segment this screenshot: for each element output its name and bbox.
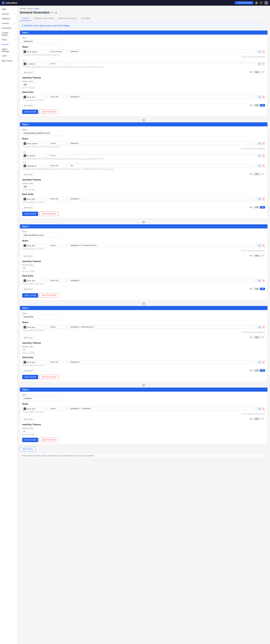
rule-field-0[interactable]: Tr event_system ▾ [22,142,48,146]
exit-field-0[interactable]: Tr event_type ▾ [22,95,48,99]
rule-operator-1[interactable]: is true [49,154,68,157]
exit-value-0[interactable]: OppStage: 6 ▾ [69,95,257,98]
or-toggle[interactable]: OR [260,336,265,339]
tab-stages[interactable]: STAGES [20,16,32,21]
add-early-exit-button-2[interactable]: ADD RULE [22,288,35,291]
exit-operator-0[interactable]: starts with [49,278,68,282]
or-toggle[interactable]: OR [260,418,265,420]
rule-refresh-button-2[interactable]: ↻ [258,164,261,168]
rule-operator-2[interactable]: starts with [49,164,68,167]
delete-stage-button-4[interactable]: DELETE STAGE [40,438,58,442]
stage-name-input-0[interactable] [22,39,63,44]
exit-field-0[interactable]: Tr event_type ▾ [22,197,48,201]
delete-stage-button-0[interactable]: DELETE STAGE [40,110,58,114]
edit-icon[interactable]: ✏️ [51,11,54,14]
and-toggle[interactable]: AND [254,173,260,176]
tab-settings[interactable]: SETTINGS [79,16,93,21]
add-early-exit-button-3[interactable]: ADD RULE [22,369,35,373]
exit-operator-0[interactable]: starts with [49,197,68,200]
save-stage-button-3[interactable]: SAVE STAGE [22,375,38,379]
and-toggle[interactable]: AND [254,71,260,74]
breadcrumb-funnels[interactable]: funnels [27,8,33,10]
rule-refresh-button-0[interactable]: ↻ [258,142,261,145]
rule-field-2[interactable]: Tr campaign_id ▾ [22,164,48,168]
delete-stage-button-3[interactable]: DELETE STAGE [40,375,58,379]
exit-or-toggle[interactable]: OR [260,288,265,290]
exit-field-0[interactable]: Tr event_type ▾ [22,360,48,364]
return-to-app-button[interactable]: ↑ RETURN TO APP [235,1,253,4]
rule-field-0[interactable]: Tr event_type ▾ [22,244,48,248]
exit-or-toggle[interactable]: OR [260,369,265,372]
inactivity-input-4[interactable] [22,430,35,433]
exit-operator-0[interactable]: starts with [49,360,68,364]
or-toggle[interactable]: OR [260,254,265,257]
rule-operator-0[interactable]: equals [49,325,68,328]
inactivity-input-1[interactable] [22,185,35,188]
rule-delete-button-0[interactable]: ✕ [262,326,265,329]
exit-and-toggle[interactable]: AND [254,206,260,209]
add-early-exit-button-0[interactable]: ADD RULE [22,104,35,108]
rule-refresh-button-1[interactable]: ↻ [258,62,261,66]
exit-delete-button-0[interactable]: ✕ [262,279,265,282]
sidebar-item-sftp[interactable]: SFTP [0,54,17,58]
rule-value-empty-1[interactable] [69,62,257,63]
add-rule-button-3[interactable]: ADD RULE [22,336,35,340]
rule-field-0[interactable]: Tr event_type ▾ [22,407,48,411]
sidebar-item-web-tracker[interactable]: Web Tracker [0,58,17,63]
save-stage-button-2[interactable]: SAVE STAGE [22,293,38,298]
rule-refresh-button-0[interactable]: ↻ [258,407,261,410]
and-toggle[interactable]: AND [254,336,260,339]
stage-name-input-2[interactable] [22,233,63,237]
sidebar-item-custom-events[interactable]: Custom Events ▾ [0,30,17,38]
brand-logo[interactable]: C CaliberMind [2,2,17,4]
exit-operator-0[interactable]: starts with [49,95,68,98]
exit-value-0[interactable]: OppStage: 6 ▾ [69,360,257,364]
rule-value-0[interactable]: Salesforce ▾ [69,142,257,145]
rule-field-1[interactable]: Tr is_inbound ▾ [22,62,48,66]
rule-delete-button-0[interactable]: ✕ [262,407,265,410]
sidebar-item-funnels[interactable]: Funnels [0,42,17,47]
rule-value-0[interactable]: OppStage: 1, Demo/Discovery ▾ [69,325,257,328]
tab-company-inclusion[interactable]: COMPANY INCLUSION [32,16,56,21]
exit-or-toggle[interactable]: OR [260,104,265,106]
inactivity-input-3[interactable] [22,348,35,352]
save-stage-button-0[interactable]: SAVE STAGE [22,110,38,114]
rule-delete-button-0[interactable]: ✕ [262,50,265,54]
rule-delete-button-1[interactable]: ✕ [262,62,265,66]
exit-field-0[interactable]: Tr event_type ▾ [22,278,48,283]
inactivity-input-2[interactable] [22,266,35,270]
exit-refresh-button-0[interactable]: ↻ [258,360,261,364]
stage-name-input-4[interactable] [22,396,63,400]
exit-refresh-button-0[interactable]: ↻ [258,197,261,201]
rule-delete-button-0[interactable]: ✕ [262,244,265,247]
delete-icon[interactable]: 🗑 [55,11,57,14]
sidebar-item-connectors[interactable]: Connectors ▾ [0,26,17,30]
add-rule-button-2[interactable]: ADD RULE [22,254,35,258]
rule-refresh-button-0[interactable]: ↻ [258,50,261,54]
stage-name-input-1[interactable] [22,131,63,135]
rule-value-0[interactable]: OppStage: 0, Pre-demo/Discovery ▾ [69,244,257,247]
exit-and-toggle[interactable]: AND [254,369,260,372]
breadcrumb-settings[interactable]: settings [20,8,26,10]
rule-value-empty-1[interactable] [69,154,257,155]
rule-operator-0[interactable]: does not equal [49,50,68,53]
exit-value-0[interactable]: OppStage: 6 ▾ [69,197,257,200]
sidebar-item-abm[interactable]: ABM [0,7,17,12]
rule-operator-0[interactable]: equals [49,407,68,410]
and-toggle[interactable]: AND [254,418,260,420]
or-toggle[interactable]: OR [260,71,265,74]
add-early-exit-button-1[interactable]: ADD RULE [22,206,35,210]
exit-and-toggle[interactable]: AND [254,288,260,290]
sidebar-item-account[interactable]: Account ▾ [0,12,17,16]
and-toggle[interactable]: AND [254,254,260,257]
exit-or-toggle[interactable]: OR [260,206,265,209]
add-stage-button[interactable]: ADD STAGE [20,447,35,452]
sidebar-item-attribution[interactable]: Attribution [0,16,17,21]
rule-delete-button-1[interactable]: ✕ [262,154,265,158]
or-toggle[interactable]: OR [260,173,265,176]
rule-refresh-button-0[interactable]: ↻ [258,244,261,247]
rule-value-0[interactable]: Salesforce ▾ [69,50,257,53]
rule-operator-1[interactable]: is true [49,62,68,65]
exit-refresh-button-0[interactable]: ↻ [258,95,261,99]
help-icon[interactable]: ? [260,1,263,4]
